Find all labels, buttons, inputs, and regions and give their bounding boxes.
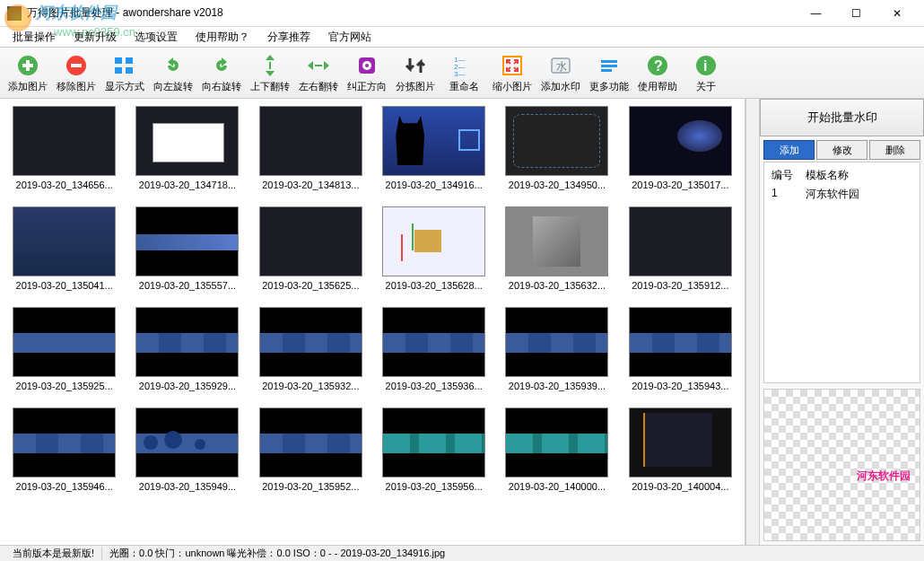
menu-item-5[interactable]: 官方网站 bbox=[321, 28, 379, 47]
thumbnail-image bbox=[505, 106, 608, 176]
svg-text:水: 水 bbox=[556, 60, 567, 73]
thumbnail-image bbox=[13, 206, 116, 276]
toolbar-rotleft-button[interactable]: 向左旋转 bbox=[149, 48, 197, 97]
menu-item-2[interactable]: 选项设置 bbox=[127, 28, 185, 47]
start-watermark-button[interactable]: 开始批量水印 bbox=[760, 99, 924, 136]
maximize-button[interactable]: ☐ bbox=[836, 0, 876, 27]
list-item[interactable]: 1河东软件园 bbox=[768, 185, 916, 204]
svg-text:?: ? bbox=[654, 58, 663, 74]
status-info: 光圈：0.0 快门：unknown 曝光补偿：0.0 ISO：0 - - 201… bbox=[102, 547, 452, 560]
svg-rect-7 bbox=[115, 67, 122, 74]
toolbar-correct-button[interactable]: 纠正方向 bbox=[343, 48, 391, 97]
thumbnail-item[interactable]: 2019-03-20_135952... bbox=[254, 408, 368, 492]
tab-添加[interactable]: 添加 bbox=[763, 140, 815, 160]
toolbar-sort-button[interactable]: 分拣图片 bbox=[391, 48, 440, 97]
tab-修改[interactable]: 修改 bbox=[816, 140, 867, 160]
thumbnail-item[interactable]: 2019-03-20_135946... bbox=[7, 408, 121, 492]
more-icon bbox=[597, 53, 622, 78]
thumbnail-image bbox=[505, 307, 608, 377]
thumbnail-item[interactable]: 2019-03-20_134813... bbox=[254, 106, 368, 190]
thumbnail-image bbox=[629, 408, 732, 478]
svg-rect-21 bbox=[601, 65, 617, 67]
menu-item-0[interactable]: 批量操作 bbox=[5, 28, 63, 47]
toolbar-help-button[interactable]: ?使用帮助 bbox=[633, 48, 682, 97]
thumbnail-label: 2019-03-20_135932... bbox=[259, 381, 362, 391]
thumbnail-item[interactable]: 2019-03-20_134916... bbox=[377, 106, 491, 190]
col-header-id: 编号 bbox=[771, 168, 798, 183]
svg-rect-20 bbox=[601, 60, 617, 63]
toolbar-shrink-button[interactable]: 缩小图片 bbox=[488, 48, 536, 97]
thumbnail-label: 2019-03-20_135946... bbox=[13, 481, 116, 492]
svg-rect-5 bbox=[115, 57, 122, 64]
thumbnail-label: 2019-03-20_134916... bbox=[382, 180, 485, 190]
svg-rect-10 bbox=[315, 65, 322, 66]
thumbnail-item[interactable]: 2019-03-20_135932... bbox=[254, 307, 368, 391]
thumbnail-image bbox=[259, 307, 362, 377]
thumbnail-item[interactable]: 2019-03-20_135949... bbox=[130, 408, 244, 492]
toolbar: 添加图片移除图片显示方式向左旋转向右旋转上下翻转左右翻转纠正方向分拣图片1—2—… bbox=[0, 47, 924, 99]
thumbnail-item[interactable]: 2019-03-20_135939... bbox=[500, 307, 614, 391]
thumbnail-item[interactable]: 2019-03-20_134656... bbox=[7, 106, 121, 190]
thumbnail-image bbox=[629, 206, 732, 276]
flipv-icon bbox=[257, 53, 283, 78]
thumbnail-item[interactable]: 2019-03-20_135557... bbox=[130, 206, 244, 291]
minimize-button[interactable]: — bbox=[796, 0, 836, 27]
thumbnail-item[interactable]: 2019-03-20_135625... bbox=[254, 206, 368, 291]
toolbar-flipv-button[interactable]: 上下翻转 bbox=[246, 48, 294, 97]
scroll-gap bbox=[745, 99, 760, 545]
titlebar: 万得图片批量处理 - awondershare v2018 — ☐ ✕ bbox=[0, 0, 924, 27]
toolbar-add-button[interactable]: 添加图片 bbox=[4, 48, 52, 97]
thumbnail-image bbox=[382, 307, 485, 377]
thumbnail-item[interactable]: 2019-03-20_134950... bbox=[500, 106, 614, 190]
thumbnail-image bbox=[382, 106, 485, 176]
tab-删除[interactable]: 删除 bbox=[869, 140, 920, 160]
thumbnail-item[interactable]: 2019-03-20_135929... bbox=[130, 307, 244, 391]
thumbnail-label: 2019-03-20_135925... bbox=[13, 381, 116, 391]
thumbnail-label: 2019-03-20_135632... bbox=[505, 280, 608, 291]
toolbar-more-button[interactable]: 更多功能 bbox=[585, 48, 633, 97]
toolbar-remove-button[interactable]: 移除图片 bbox=[52, 48, 100, 97]
thumbnail-item[interactable]: 2019-03-20_135632... bbox=[500, 206, 614, 291]
help-icon: ? bbox=[645, 53, 670, 78]
svg-text:i: i bbox=[703, 58, 707, 74]
thumbnail-item[interactable]: 2019-03-20_135912... bbox=[623, 206, 737, 291]
fliph-icon bbox=[306, 53, 331, 78]
thumbnail-image bbox=[505, 206, 608, 276]
close-button[interactable]: ✕ bbox=[876, 0, 917, 27]
menu-item-1[interactable]: 更新升级 bbox=[66, 28, 124, 47]
svg-rect-9 bbox=[269, 62, 271, 69]
toolbar-about-button[interactable]: i关于 bbox=[682, 48, 730, 97]
thumbnail-label: 2019-03-20_135912... bbox=[629, 280, 732, 291]
thumbnail-image bbox=[382, 206, 485, 276]
thumbnail-item[interactable]: 2019-03-20_134718... bbox=[130, 106, 244, 190]
toolbar-watermark-button[interactable]: 水添加水印 bbox=[536, 48, 585, 97]
toolbar-rename-button[interactable]: 1—2—3—重命名 bbox=[440, 48, 488, 97]
thumbnail-item[interactable]: 2019-03-20_135628... bbox=[377, 206, 491, 291]
window-title: 万得图片批量处理 - awondershare v2018 bbox=[27, 5, 796, 21]
tab-row: 添加修改删除 bbox=[760, 140, 924, 160]
thumbnail-grid[interactable]: 2019-03-20_134656...2019-03-20_134718...… bbox=[0, 99, 745, 545]
thumbnail-item[interactable]: 2019-03-20_140004... bbox=[623, 408, 737, 492]
correct-icon bbox=[354, 53, 379, 78]
thumbnail-item[interactable]: 2019-03-20_135017... bbox=[623, 106, 737, 190]
thumbnail-label: 2019-03-20_140004... bbox=[629, 481, 732, 492]
status-version: 当前版本是最新版! bbox=[5, 547, 102, 560]
thumbnail-label: 2019-03-20_135939... bbox=[505, 381, 608, 391]
thumbnail-item[interactable]: 2019-03-20_135943... bbox=[623, 307, 737, 391]
toolbar-view-button[interactable]: 显示方式 bbox=[100, 48, 149, 97]
svg-rect-2 bbox=[22, 64, 33, 67]
menu-item-4[interactable]: 分享推荐 bbox=[260, 28, 318, 47]
thumbnail-item[interactable]: 2019-03-20_140000... bbox=[500, 408, 614, 492]
toolbar-fliph-button[interactable]: 左右翻转 bbox=[294, 48, 343, 97]
thumbnail-label: 2019-03-20_140000... bbox=[505, 481, 608, 492]
thumbnail-label: 2019-03-20_135041... bbox=[13, 280, 116, 291]
template-list[interactable]: 编号 模板名称 1河东软件园 bbox=[763, 162, 920, 383]
thumbnail-item[interactable]: 2019-03-20_135041... bbox=[7, 206, 121, 291]
menu-item-3[interactable]: 使用帮助？ bbox=[188, 28, 257, 47]
thumbnail-item[interactable]: 2019-03-20_135956... bbox=[377, 408, 491, 492]
side-panel: 开始批量水印 添加修改删除 编号 模板名称 1河东软件园 河东软件园 bbox=[760, 99, 924, 545]
thumbnail-item[interactable]: 2019-03-20_135925... bbox=[7, 307, 121, 391]
toolbar-rotright-button[interactable]: 向右旋转 bbox=[197, 48, 246, 97]
svg-rect-22 bbox=[601, 69, 612, 72]
thumbnail-item[interactable]: 2019-03-20_135936... bbox=[377, 307, 491, 391]
